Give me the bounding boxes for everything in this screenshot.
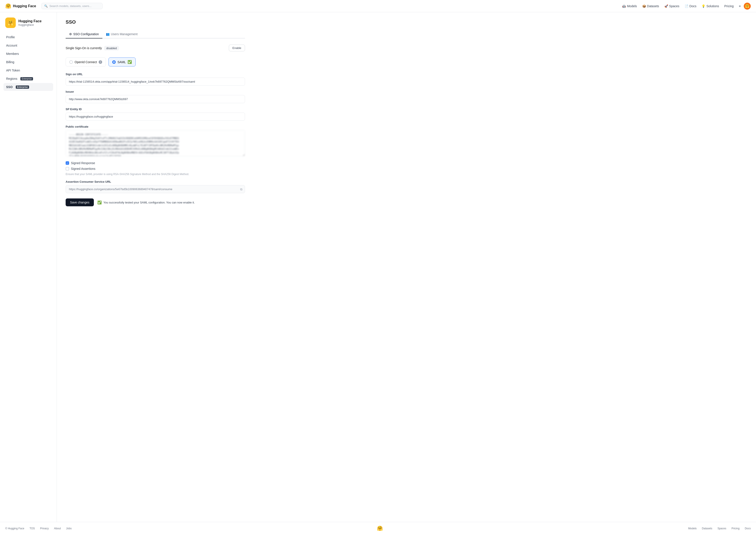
nav-spaces-label: Spaces — [669, 4, 680, 8]
tab-users-mgmt[interactable]: 👥 Users Management — [103, 30, 141, 39]
sidebar-sso-label: SSO — [6, 85, 13, 89]
success-icon: ✅ — [97, 200, 102, 205]
oidc-radio[interactable] — [69, 60, 73, 64]
nav-pricing[interactable]: Pricing — [722, 3, 736, 9]
nav-datasets-label: Datasets — [647, 4, 659, 8]
tab-users-mgmt-label: Users Management — [111, 32, 137, 36]
protocol-saml[interactable]: SAML ✅ — [108, 57, 136, 67]
layout: 🤗 Hugging Face huggingface Profile Accou… — [0, 12, 756, 522]
acs-url-wrapper: ⧉ — [66, 185, 245, 193]
hint-text: Ensure that your SAML provider is using … — [66, 173, 245, 176]
protocol-selector: OpenId Connect i SAML ✅ — [66, 57, 245, 67]
sso-badge: Enterprise — [16, 85, 29, 89]
docs-icon: 📄 — [685, 4, 688, 8]
nav-pricing-label: Pricing — [724, 4, 734, 8]
logo[interactable]: 🤗 Hugging Face — [5, 3, 36, 9]
footer-right: Models Datasets Spaces Pricing Docs — [688, 527, 751, 530]
sidebar-item-sso[interactable]: SSO Enterprise — [4, 83, 53, 91]
nav-more[interactable]: ≡ — [737, 3, 743, 9]
nav-docs-label: Docs — [689, 4, 697, 8]
sidebar-item-members[interactable]: Members — [4, 50, 53, 58]
sidebar-nav: Profile Account Members Billing API Toke… — [4, 33, 53, 91]
footer-spaces[interactable]: Spaces — [717, 527, 726, 530]
enable-button[interactable]: Enable — [229, 44, 245, 51]
footer-pricing[interactable]: Pricing — [732, 527, 740, 530]
org-handle: huggingface — [18, 23, 42, 26]
footer-models[interactable]: Models — [688, 527, 697, 530]
sidebar-billing-label: Billing — [6, 60, 14, 64]
footer-privacy[interactable]: Privacy — [40, 527, 48, 530]
saml-radio[interactable] — [112, 60, 116, 64]
oidc-info-icon: i — [99, 60, 102, 64]
sidebar-item-account[interactable]: Account — [4, 42, 53, 49]
footer-about[interactable]: About — [54, 527, 61, 530]
signed-assertions-checkbox[interactable] — [66, 167, 69, 170]
org-header: 🤗 Hugging Face huggingface — [4, 17, 53, 28]
models-icon: 🤖 — [622, 4, 626, 8]
search-icon: 🔍 — [44, 4, 48, 8]
status-badge: disabled — [104, 46, 119, 50]
footer-tos[interactable]: TOS — [30, 527, 35, 530]
copy-icon[interactable]: ⧉ — [240, 187, 242, 191]
issuer-label: Issuer — [66, 90, 245, 93]
signed-response-row[interactable]: ✓ Signed Response — [66, 161, 245, 165]
tab-sso-config[interactable]: ⚙ SSO Configuration — [66, 30, 103, 39]
save-area: Save changes ✅ You successfully tested y… — [66, 198, 245, 206]
signed-response-checkbox[interactable]: ✓ — [66, 161, 69, 165]
saml-label: SAML — [117, 60, 126, 64]
sp-entity-id-label: SP Entity ID — [66, 107, 245, 111]
issuer-input[interactable] — [66, 95, 245, 103]
user-avatar[interactable]: 🤗 — [744, 3, 751, 10]
signed-assertions-label: Signed Assertions — [71, 167, 95, 170]
sidebar-regions-label: Regions — [6, 77, 17, 80]
sp-entity-id-input[interactable] — [66, 113, 245, 121]
checkbox-group: ✓ Signed Response Signed Assertions — [66, 161, 245, 170]
protocol-oidc[interactable]: OpenId Connect i — [66, 57, 106, 67]
org-name: Hugging Face — [18, 19, 42, 23]
nav-models-label: Models — [627, 4, 637, 8]
sidebar-item-api-token[interactable]: API Token — [4, 67, 53, 74]
sidebar-item-regions[interactable]: Regions Enterprise — [4, 75, 53, 83]
save-button[interactable]: Save changes — [66, 198, 94, 206]
sp-entity-id-field: SP Entity ID — [66, 107, 245, 121]
footer-docs[interactable]: Docs — [745, 527, 751, 530]
footer-datasets[interactable]: Datasets — [702, 527, 712, 530]
spaces-icon: 🚀 — [664, 4, 668, 8]
nav-docs[interactable]: 📄 Docs — [682, 3, 699, 9]
nav-models[interactable]: 🤖 Models — [620, 3, 639, 9]
public-cert-field: Public certificate -----BEGIN CERTIFICAT… — [66, 125, 245, 157]
datasets-icon: 📦 — [642, 4, 646, 8]
success-message: ✅ You successfully tested your SAML conf… — [97, 200, 195, 205]
page-title: SSO — [66, 19, 245, 25]
org-avatar: 🤗 — [5, 17, 16, 28]
footer-copyright: © Hugging Face — [5, 527, 24, 530]
sso-status-bar: Single Sign-On is currently disabled Ena… — [66, 44, 245, 51]
oidc-label: OpenId Connect — [75, 60, 97, 64]
regions-badge: Enterprise — [20, 77, 33, 80]
sidebar-item-profile[interactable]: Profile — [4, 33, 53, 41]
search-bar[interactable]: 🔍 Search models, datasets, users... — [41, 3, 103, 9]
acs-url-label: Assertion Consumer Service URL — [66, 180, 245, 183]
users-mgmt-icon: 👥 — [106, 32, 109, 36]
sso-status-text: Single Sign-On is currently disabled — [66, 46, 119, 50]
success-text: You successfully tested your SAML config… — [104, 201, 195, 204]
public-cert-input[interactable]: -----BEGIN CERTIFICATE----- MIIDpDCCAoyg… — [66, 130, 245, 156]
radio-dot — [113, 61, 115, 63]
nav-spaces[interactable]: 🚀 Spaces — [662, 3, 681, 9]
header: 🤗 Hugging Face 🔍 Search models, datasets… — [0, 0, 756, 12]
sidebar-item-billing[interactable]: Billing — [4, 58, 53, 66]
signed-assertions-row[interactable]: Signed Assertions — [66, 167, 245, 170]
solutions-icon: 💡 — [702, 4, 705, 8]
status-label: Single Sign-On is currently — [66, 46, 102, 50]
nav-solutions[interactable]: 💡 Solutions — [699, 3, 721, 9]
nav-solutions-label: Solutions — [706, 4, 719, 8]
footer-jobs[interactable]: Jobs — [66, 527, 72, 530]
issuer-field: Issuer — [66, 90, 245, 103]
nav-datasets[interactable]: 📦 Datasets — [640, 3, 661, 9]
sidebar: 🤗 Hugging Face huggingface Profile Accou… — [0, 12, 57, 522]
signed-response-check-icon: ✓ — [67, 162, 68, 164]
sidebar-api-token-label: API Token — [6, 69, 20, 72]
sign-on-url-label: Sign on URL — [66, 72, 245, 76]
sign-on-url-input[interactable] — [66, 78, 245, 86]
tabs: ⚙ SSO Configuration 👥 Users Management — [66, 30, 245, 39]
